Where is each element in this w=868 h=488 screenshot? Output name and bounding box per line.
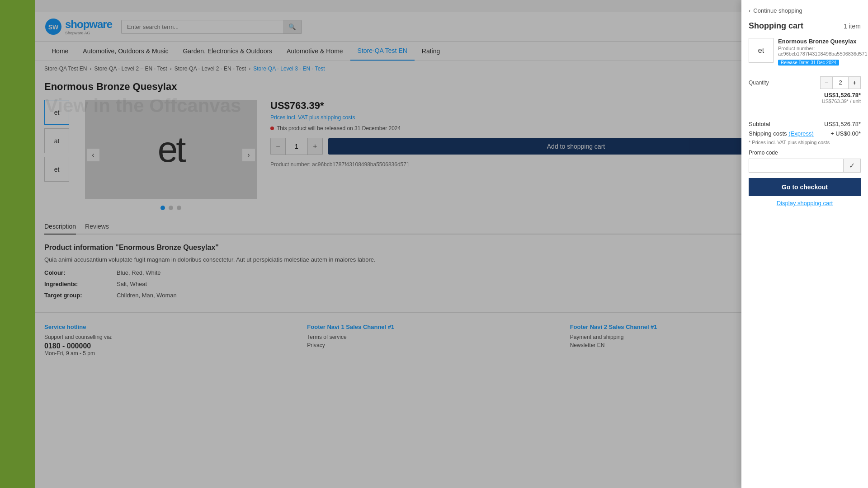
search-icon: 🔍 (288, 23, 296, 30)
offcanvas-qty-row: Quantity − 2 + (749, 76, 861, 89)
offcanvas-qty-label: Quantity (749, 80, 769, 86)
product-price-note[interactable]: Prices incl. VAT plus shipping costs (270, 114, 824, 121)
promo-code-input[interactable] (749, 159, 843, 172)
breadcrumb-item-3[interactable]: Store-QA - Level 2 - EN - Test (175, 66, 246, 72)
chevron-left-icon: ‹ (749, 7, 750, 14)
attr-label-0: Colour: (44, 269, 117, 276)
product-description-heading: Product information "Enormous Bronze Que… (44, 244, 824, 252)
nav-item-store-qa[interactable]: Store-QA Test EN (350, 42, 415, 61)
logo-name: shopware (65, 18, 112, 31)
product-price: US$763.39* (270, 100, 824, 112)
footer-navi1-heading: Footer Navi 1 Sales Channel #1 (307, 324, 561, 330)
breadcrumb-sep-1: › (90, 66, 91, 72)
offcanvas-title: Shopping cart (749, 21, 803, 31)
carousel-dot-1[interactable] (169, 206, 173, 210)
promo-apply-button[interactable]: ✓ (843, 159, 860, 172)
footer-support-text: Support and counselling via: (44, 334, 298, 340)
product-release-note: This product will be released on 31 Dece… (270, 125, 824, 131)
offcanvas-divider (749, 115, 861, 115)
checkout-button[interactable]: Go to checkout (749, 178, 861, 196)
offcanvas-qty-increase-button[interactable]: + (849, 77, 860, 89)
display-cart-link[interactable]: Display shopping cart (749, 200, 861, 206)
quantity-decrease-button[interactable]: − (271, 138, 285, 155)
nav-item-automotive-home[interactable]: Automotive & Home (279, 42, 350, 60)
nav-item-rating[interactable]: Rating (415, 42, 447, 60)
offcanvas-release-badge: Release Date: 31 Dec 2024 (778, 60, 839, 66)
product-title: Enormous Bronze Quesylax (44, 81, 824, 93)
offcanvas-shipping-row: Shipping costs (Express) + US$0.00* (749, 130, 861, 137)
carousel-dot-0[interactable] (160, 206, 165, 210)
breadcrumb-current: Store-QA - Level 3 - EN - Test (253, 66, 325, 72)
offcanvas-subtotal-label: Subtotal (749, 121, 770, 127)
carousel-dot-2[interactable] (177, 206, 181, 210)
tab-reviews[interactable]: Reviews (85, 219, 109, 234)
shopware-logo-icon: SW (44, 18, 62, 36)
quantity-input[interactable] (285, 138, 308, 155)
svg-text:SW: SW (48, 23, 59, 31)
search-input[interactable] (122, 20, 283, 33)
product-number-label: Product number: (270, 161, 311, 168)
top-bar: 🌐 English ▾ $ US-Dollar ▾ (35, 0, 833, 12)
release-dot (270, 127, 274, 130)
carousel-dots (85, 206, 257, 210)
offcanvas-total-price: US$1,526.78* (749, 92, 861, 99)
offcanvas-qty-value: 2 (832, 77, 849, 89)
product-number: Product number: ac96bcb1787f43108498ba55… (270, 161, 824, 168)
breadcrumb-item-1[interactable]: Store-QA Test EN (44, 66, 87, 72)
attr-value-1: Salt, Wheat (117, 281, 824, 287)
offcanvas-unit-price: US$763.39* / unit (749, 99, 861, 104)
offcanvas-shipping-label: Shipping costs (Express) (749, 130, 814, 137)
attr-value-0: Blue, Red, White (117, 269, 824, 276)
offcanvas-item-image: et (749, 38, 774, 63)
offcanvas-qty-decrease-button[interactable]: − (821, 77, 832, 89)
carousel-prev-button[interactable]: ‹ (87, 149, 99, 161)
product-layout: et at et et ‹ › US$763.39* Prices incl. … (44, 100, 824, 210)
carousel-next-button[interactable]: › (242, 149, 255, 161)
footer-navi1-link-1[interactable]: Privacy (307, 342, 561, 348)
offcanvas-cart: ‹ Continue shopping Shopping cart 1 item… (741, 0, 868, 488)
nav-item-garden[interactable]: Garden, Electronics & Outdoors (175, 42, 279, 60)
logo-sub: Shopware AG (65, 31, 112, 35)
product-area: Enormous Bronze Quesylax et at et et ‹ › (35, 76, 833, 312)
product-main-image: et (85, 100, 257, 199)
offcanvas-sku-label: Product number: (778, 46, 815, 51)
footer-service-heading: Service hotline (44, 324, 298, 330)
offcanvas-item-details: Enormous Bronze Quesylax Product number:… (778, 38, 868, 69)
footer-service: Service hotline Support and counselling … (44, 324, 298, 358)
product-info: US$763.39* Prices incl. VAT plus shippin… (270, 100, 824, 210)
promo-label: Promo code (749, 150, 861, 156)
offcanvas-vat-note: * Prices incl. VAT plus shipping costs (749, 140, 861, 145)
thumbnail-2[interactable]: et (44, 157, 69, 182)
nav-item-automotive-outdoors[interactable]: Automotive, Outdoors & Music (75, 42, 175, 60)
breadcrumb-sep-2: › (170, 66, 172, 72)
attr-label-2: Target group: (44, 292, 117, 299)
promo-input-row: ✓ (749, 159, 861, 173)
promo-section: Promo code ✓ (749, 150, 861, 178)
nav-item-home[interactable]: Home (44, 42, 75, 60)
product-number-value: ac96bcb1787f43108498ba5506836d571 (312, 161, 410, 168)
product-tabs: Description Reviews (44, 219, 824, 235)
quantity-increase-button[interactable]: + (308, 138, 322, 155)
site-header: SW shopware Shopware AG 🔍 👤 🛒 US$1,526.7… (35, 12, 833, 42)
thumbnail-0[interactable]: et (44, 100, 69, 125)
product-description-text: Quia animi accusantium voluptate fugit m… (44, 256, 824, 263)
site-footer: Service hotline Support and counselling … (35, 312, 833, 369)
thumbnail-1[interactable]: at (44, 128, 69, 153)
offcanvas-header: Shopping cart 1 item (749, 21, 861, 31)
offcanvas-count: 1 item (844, 23, 861, 30)
attr-label-1: Ingredients: (44, 281, 117, 287)
offcanvas-item-name: Enormous Bronze Quesylax (778, 38, 868, 45)
offcanvas-express-link[interactable]: (Express) (788, 130, 814, 137)
product-description: Product information "Enormous Bronze Que… (44, 244, 824, 299)
offcanvas-sku-value: ac96bcb1787f43108498ba5506836d571 (778, 51, 868, 56)
offcanvas-item-sku: Product number: ac96bcb1787f43108498ba55… (778, 46, 868, 56)
footer-navi1-link-0[interactable]: Terms of service (307, 334, 561, 340)
breadcrumb-sep-3: › (249, 66, 250, 72)
offcanvas-subtotal-row: Subtotal US$1,526.78* (749, 121, 861, 127)
logo[interactable]: SW shopware Shopware AG (44, 18, 112, 36)
offcanvas-qty-control: − 2 + (820, 76, 861, 89)
tab-description[interactable]: Description (44, 219, 76, 235)
offcanvas-back-button[interactable]: ‹ Continue shopping (749, 7, 861, 14)
search-button[interactable]: 🔍 (283, 20, 302, 33)
breadcrumb-item-2[interactable]: Store-QA - Level 2 – EN - Test (94, 66, 167, 72)
